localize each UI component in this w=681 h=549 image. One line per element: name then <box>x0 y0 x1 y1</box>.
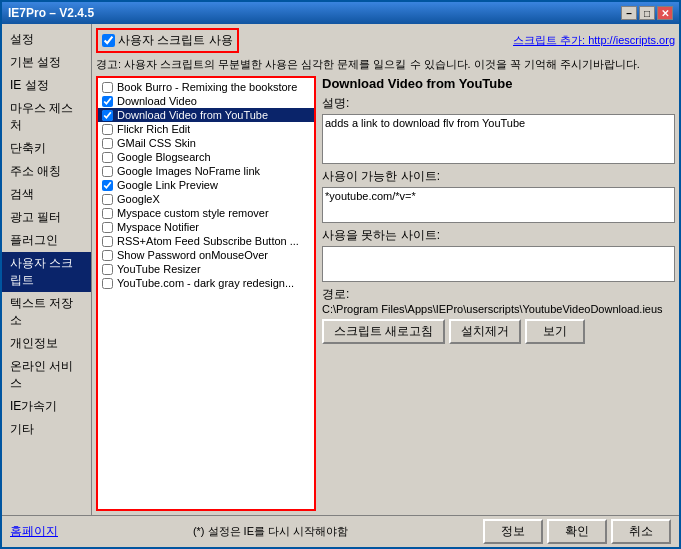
user-script-label: 사용자 스크립트 사용 <box>118 32 233 49</box>
uninstall-button[interactable]: 설치제거 <box>449 319 521 344</box>
script-item-label-4: GMail CSS Skin <box>117 137 196 149</box>
app-window: IE7Pro – V2.4.5 – □ ✕ 설정 기본 설정 IE 설정 마우스… <box>0 0 681 549</box>
disabled-sites-section: 사용을 못하는 사이트: <box>322 227 675 282</box>
window-title: IE7Pro – V2.4.5 <box>8 6 94 20</box>
minimize-button[interactable]: – <box>621 6 637 20</box>
user-script-checkbox[interactable] <box>102 34 115 47</box>
desc-section: 설명: <box>322 95 675 164</box>
path-label: 경로: <box>322 287 349 301</box>
script-check-12[interactable] <box>102 250 113 261</box>
sidebar-item-address-alias[interactable]: 주소 애칭 <box>2 160 91 183</box>
script-check-13[interactable] <box>102 264 113 275</box>
desc-textarea[interactable] <box>322 114 675 164</box>
script-item-7[interactable]: Google Link Preview <box>98 178 314 192</box>
path-section: 경로: C:\Program Files\Apps\IEPro\userscri… <box>322 286 675 315</box>
reload-script-button[interactable]: 스크립트 새로고침 <box>322 319 445 344</box>
script-item-label-10: Myspace Notifier <box>117 221 199 233</box>
sidebar-item-shortcuts[interactable]: 단축키 <box>2 137 91 160</box>
script-item-6[interactable]: Google Images NoFrame link <box>98 164 314 178</box>
sidebar-item-misc[interactable]: 기타 <box>2 418 91 441</box>
close-button[interactable]: ✕ <box>657 6 673 20</box>
user-script-toggle-label[interactable]: 사용자 스크립트 사용 <box>96 28 239 53</box>
warning-text: 경고: 사용자 스크립트의 무분별한 사용은 심각한 문제를 일으킬 수 있습니… <box>96 57 675 72</box>
sidebar-item-mouse-gesture[interactable]: 마우스 제스처 <box>2 97 91 137</box>
path-value: C:\Program Files\Apps\IEPro\userscripts\… <box>322 303 675 315</box>
script-item-13[interactable]: YouTube Resizer <box>98 262 314 276</box>
script-item-label-9: Myspace custom style remover <box>117 207 269 219</box>
script-check-3[interactable] <box>102 124 113 135</box>
disabled-sites-label: 사용을 못하는 사이트: <box>322 227 675 244</box>
sidebar-item-ad-filter[interactable]: 광고 필터 <box>2 206 91 229</box>
script-check-5[interactable] <box>102 152 113 163</box>
script-item-2[interactable]: Download Video from YouTube <box>98 108 314 122</box>
right-panel: 사용자 스크립트 사용 스크립트 추가: http://iescripts.or… <box>92 24 679 515</box>
script-item-3[interactable]: Flickr Rich Edit <box>98 122 314 136</box>
sidebar-item-ie-accelerator[interactable]: IE가속기 <box>2 395 91 418</box>
home-link[interactable]: 홈페이지 <box>10 523 58 540</box>
middle-section: Book Burro - Remixing the bookstore Down… <box>96 76 675 511</box>
disabled-sites-textarea[interactable] <box>322 246 675 282</box>
footer-note: (*) 설정은 IE를 다시 시작해야함 <box>193 524 348 539</box>
sites-textarea[interactable] <box>322 187 675 223</box>
script-item-8[interactable]: GoogleX <box>98 192 314 206</box>
sidebar-item-privacy[interactable]: 개인정보 <box>2 332 91 355</box>
script-check-11[interactable] <box>102 236 113 247</box>
detail-panel: Download Video from YouTube 설명: 사용이 가능한 … <box>322 76 675 511</box>
title-bar: IE7Pro – V2.4.5 – □ ✕ <box>2 2 679 24</box>
sidebar-item-ie-settings[interactable]: IE 설정 <box>2 74 91 97</box>
script-item-label-0: Book Burro - Remixing the bookstore <box>117 81 297 93</box>
sidebar: 설정 기본 설정 IE 설정 마우스 제스처 단축키 주소 애칭 검색 광고 필… <box>2 24 92 515</box>
script-check-2[interactable] <box>102 110 113 121</box>
cancel-button[interactable]: 취소 <box>611 519 671 544</box>
sidebar-item-search[interactable]: 검색 <box>2 183 91 206</box>
script-check-1[interactable] <box>102 96 113 107</box>
script-check-8[interactable] <box>102 194 113 205</box>
footer-bar: 홈페이지 (*) 설정은 IE를 다시 시작해야함 정보 확인 취소 <box>2 515 679 547</box>
script-item-4[interactable]: GMail CSS Skin <box>98 136 314 150</box>
top-section: 사용자 스크립트 사용 스크립트 추가: http://iescripts.or… <box>96 28 675 53</box>
sidebar-item-plugin[interactable]: 플러그인 <box>2 229 91 252</box>
view-button[interactable]: 보기 <box>525 319 585 344</box>
script-item-label-13: YouTube Resizer <box>117 263 201 275</box>
sites-label: 사용이 가능한 사이트: <box>322 168 675 185</box>
sidebar-item-basic-settings[interactable]: 기본 설정 <box>2 51 91 74</box>
sidebar-item-text-storage[interactable]: 텍스트 저장소 <box>2 292 91 332</box>
sidebar-item-settings[interactable]: 설정 <box>2 28 91 51</box>
script-check-4[interactable] <box>102 138 113 149</box>
script-item-1[interactable]: Download Video <box>98 94 314 108</box>
script-item-label-6: Google Images NoFrame link <box>117 165 260 177</box>
script-item-12[interactable]: Show Password onMouseOver <box>98 248 314 262</box>
script-check-14[interactable] <box>102 278 113 289</box>
script-item-10[interactable]: Myspace Notifier <box>98 220 314 234</box>
footer-buttons: 정보 확인 취소 <box>483 519 671 544</box>
script-item-label-3: Flickr Rich Edit <box>117 123 190 135</box>
script-item-label-2: Download Video from YouTube <box>117 109 268 121</box>
script-item-label-12: Show Password onMouseOver <box>117 249 268 261</box>
script-check-7[interactable] <box>102 180 113 191</box>
script-check-6[interactable] <box>102 166 113 177</box>
sidebar-item-user-script[interactable]: 사용자 스크립트 <box>2 252 91 292</box>
script-check-0[interactable] <box>102 82 113 93</box>
script-add-link[interactable]: 스크립트 추가: http://iescripts.org <box>513 33 675 48</box>
ok-button[interactable]: 확인 <box>547 519 607 544</box>
script-item-label-1: Download Video <box>117 95 197 107</box>
script-item-label-8: GoogleX <box>117 193 160 205</box>
script-item-label-11: RSS+Atom Feed Subscribe Button ... <box>117 235 299 247</box>
main-content: 설정 기본 설정 IE 설정 마우스 제스처 단축키 주소 애칭 검색 광고 필… <box>2 24 679 515</box>
script-item-label-5: Google Blogsearch <box>117 151 211 163</box>
maximize-button[interactable]: □ <box>639 6 655 20</box>
script-item-11[interactable]: RSS+Atom Feed Subscribe Button ... <box>98 234 314 248</box>
info-button[interactable]: 정보 <box>483 519 543 544</box>
desc-label: 설명: <box>322 95 675 112</box>
sites-section: 사용이 가능한 사이트: <box>322 168 675 223</box>
script-item-9[interactable]: Myspace custom style remover <box>98 206 314 220</box>
script-item-0[interactable]: Book Burro - Remixing the bookstore <box>98 80 314 94</box>
script-item-14[interactable]: YouTube.com - dark gray redesign... <box>98 276 314 290</box>
script-check-10[interactable] <box>102 222 113 233</box>
script-list-panel[interactable]: Book Burro - Remixing the bookstore Down… <box>96 76 316 511</box>
sidebar-item-online-services[interactable]: 온라인 서비스 <box>2 355 91 395</box>
script-item-label-7: Google Link Preview <box>117 179 218 191</box>
detail-title: Download Video from YouTube <box>322 76 675 91</box>
script-check-9[interactable] <box>102 208 113 219</box>
script-item-5[interactable]: Google Blogsearch <box>98 150 314 164</box>
